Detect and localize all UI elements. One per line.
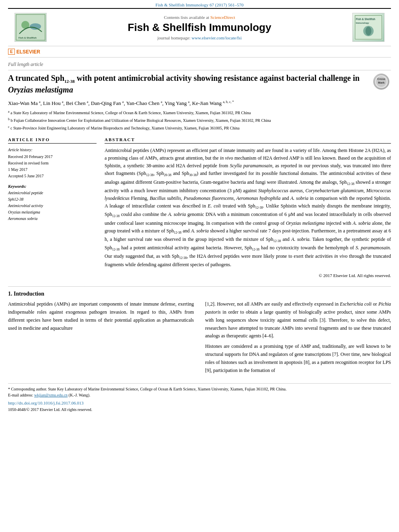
doi-line[interactable]: http://dx.doi.org/10.1016/j.fsi.2017.06.… [8, 400, 391, 407]
article-info-content: Article history: Received 20 February 20… [8, 147, 97, 222]
article-info-abstract-cols: ARTICLE INFO Article history: Received 2… [8, 137, 391, 279]
issn-line: 1050-4648/© 2017 Elsevier Ltd. All right… [8, 407, 391, 413]
keywords-section: Keywords: Antimicrobial peptide Sph12-38… [8, 183, 97, 222]
copyright-line: © 2017 Elsevier Ltd. All rights reserved… [105, 272, 391, 279]
intro-left-col: Antimicrobial peptides (AMPs) are import… [8, 300, 194, 377]
journal-header: Fish & Shellfish Contents lists availabl… [8, 8, 391, 46]
journal-logo-left: Fish & Shellfish [14, 13, 47, 42]
journal-center-info: Contents lists available at ScienceDirec… [53, 15, 346, 40]
journal-main-title: Fish & Shellfish Immunology [53, 21, 346, 34]
affiliation-b: b b Fujian Collaborative Innovation Cent… [8, 117, 391, 124]
intro-right-text: [1,2]. However, not all AMPs are easily … [205, 300, 391, 374]
crossmark-badge-container[interactable]: Cross Mark [373, 74, 391, 90]
article-body: Full length article A truncated Sph12-38… [8, 58, 391, 417]
keywords-label: Keywords: [8, 183, 97, 190]
article-title: A truncated Sph12-38 with potent antimic… [8, 73, 369, 95]
journal-logo-right: Fish & Shellfish Immunology [352, 13, 385, 42]
article-title-row: A truncated Sph12-38 with potent antimic… [8, 73, 391, 95]
svg-point-3 [30, 23, 41, 30]
email-link[interactable]: wkjian@xmu.edu.cn [34, 393, 68, 397]
sciencedirect-line: Contents lists available at ScienceDirec… [53, 15, 346, 20]
introduction-cols: Antimicrobial peptides (AMPs) are import… [8, 300, 391, 377]
crossmark-icon[interactable]: Cross Mark [373, 74, 389, 90]
email-note: E-mail address: wkjian@xmu.edu.cn (K.-J.… [8, 392, 391, 398]
history-label: Article history: [8, 147, 97, 153]
article-type: Full length article [8, 62, 391, 70]
footnote-section: * Corresponding author. State Key Labora… [8, 383, 391, 413]
intro-left-text: Antimicrobial peptides (AMPs) are import… [8, 300, 194, 332]
introduction-title: 1. Introduction [8, 291, 391, 297]
article-info-col: ARTICLE INFO Article history: Received 2… [8, 137, 97, 279]
svg-text:Fish & Shellfish: Fish & Shellfish [19, 37, 37, 39]
abstract-header: ABSTRACT [105, 137, 391, 144]
affiliation-c: c c State-Province Joint Engineering Lab… [8, 125, 391, 131]
corresponding-note: * Corresponding author. State Key Labora… [8, 386, 391, 392]
affiliations: a a State Key Laboratory of Marine Envir… [8, 109, 391, 131]
article-dates: Received 20 February 2017 Received in re… [8, 154, 97, 179]
sciencedirect-link[interactable]: ScienceDirect [210, 15, 235, 20]
authors-line: Xiao-Wan Ma a, Lin Hou a, Bei Chen a, Da… [8, 99, 391, 107]
journal-cover-image: Fish & Shellfish [14, 13, 47, 42]
svg-text:Immunology: Immunology [356, 22, 370, 24]
svg-text:Fish & Shellfish: Fish & Shellfish [356, 18, 375, 21]
svg-text:Cross: Cross [377, 78, 385, 80]
journal-logo-right-img: Fish & Shellfish Immunology [352, 13, 385, 42]
abstract-text: Antimicrobial peptides (AMPs) represent … [105, 147, 391, 279]
affiliation-a: a a State Key Laboratory of Marine Envir… [8, 109, 391, 116]
article-info-header: ARTICLE INFO [8, 137, 97, 144]
keywords-list: Antimicrobial peptide Sph12-38 Antimicro… [8, 190, 97, 222]
intro-right-col: [1,2]. However, not all AMPs are easily … [205, 300, 391, 377]
abstract-col: ABSTRACT Antimicrobial peptides (AMPs) r… [105, 137, 391, 279]
elsevier-bar: E ELSEVIER [8, 46, 391, 58]
journal-citation: Fish & Shellfish Immunology 67 (2017) 56… [0, 0, 399, 8]
journal-homepage: journal homepage: www.elsevier.com/locat… [53, 35, 346, 40]
svg-point-10 [366, 27, 372, 35]
svg-text:Mark: Mark [378, 81, 385, 84]
introduction-section: 1. Introduction Antimicrobial peptides (… [8, 286, 391, 377]
elsevier-logo: E ELSEVIER [8, 49, 40, 55]
homepage-link[interactable]: www.elsevier.com/locate/fsi [191, 35, 242, 40]
